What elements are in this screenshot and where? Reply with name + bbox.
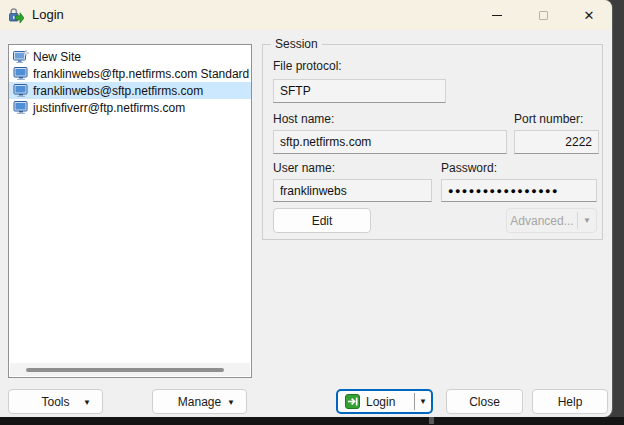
site-list-item-franklinwebs-ftp[interactable]: franklinwebs@ftp.netfirms.com Standard F…	[9, 65, 251, 82]
close-icon: ✕	[584, 9, 595, 22]
login-dialog: Login ✕ New Site	[0, 0, 612, 417]
login-button-label: Login	[366, 395, 414, 409]
minimize-icon	[492, 15, 502, 16]
site-icon	[13, 67, 29, 81]
password-label: Password:	[441, 161, 497, 175]
new-site-icon	[13, 50, 29, 64]
winscp-lock-icon	[8, 7, 24, 23]
site-icon	[13, 84, 29, 98]
user-name-label: User name:	[273, 161, 335, 175]
host-name-field[interactable]: sftp.netfirms.com	[273, 130, 507, 154]
manage-dropdown-icon: ▼	[227, 398, 235, 407]
login-icon	[345, 394, 360, 409]
edit-button-label: Edit	[312, 214, 333, 228]
file-protocol-field[interactable]: SFTP	[273, 79, 446, 103]
port-number-label: Port number:	[514, 112, 583, 126]
site-list-item-justinfiverr-ftp[interactable]: justinfiverr@ftp.netfirms.com	[9, 99, 251, 116]
user-name-value: franklinwebs	[280, 184, 347, 198]
advanced-button-label: Advanced...	[507, 214, 577, 228]
maximize-icon	[539, 11, 548, 20]
file-protocol-value: SFTP	[280, 84, 311, 98]
site-label: franklinwebs@sftp.netfirms.com	[33, 84, 203, 98]
site-label: franklinwebs@ftp.netfirms.com Standard F…	[33, 67, 251, 81]
file-protocol-label: File protocol:	[273, 59, 342, 73]
close-button-label: Close	[469, 395, 500, 409]
backdrop-notch	[429, 417, 434, 424]
maximize-button	[520, 0, 566, 30]
login-dropdown-icon[interactable]: ▼	[415, 397, 431, 406]
window-controls: ✕	[474, 0, 612, 30]
site-list-item-new-site[interactable]: New Site	[9, 48, 251, 65]
login-button[interactable]: Login ▼	[336, 389, 433, 414]
port-number-value: 2222	[565, 135, 592, 149]
tools-button[interactable]: Tools ▼	[8, 389, 103, 414]
manage-button[interactable]: Manage ▼	[152, 389, 247, 414]
tools-dropdown-icon: ▼	[83, 398, 91, 407]
help-button-label: Help	[558, 395, 583, 409]
title-bar: Login ✕	[0, 0, 612, 30]
site-label: justinfiverr@ftp.netfirms.com	[33, 101, 185, 115]
session-group: Session File protocol: SFTP Host name: s…	[262, 44, 603, 240]
minimize-button[interactable]	[474, 0, 520, 30]
host-name-value: sftp.netfirms.com	[280, 135, 371, 149]
backdrop-bottom-strip	[0, 417, 624, 425]
session-group-label: Session	[271, 37, 322, 51]
site-list: New Site franklinwebs@ftp.netfirms.com S…	[8, 44, 252, 378]
close-button[interactable]: ✕	[566, 0, 612, 30]
site-label: New Site	[33, 50, 81, 64]
window-title: Login	[32, 0, 64, 30]
site-list-item-franklinwebs-sftp[interactable]: franklinwebs@sftp.netfirms.com	[9, 82, 251, 99]
user-name-field[interactable]: franklinwebs	[273, 179, 432, 202]
horizontal-scrollbar[interactable]	[10, 363, 250, 376]
host-name-label: Host name:	[273, 112, 334, 126]
help-button[interactable]: Help	[532, 389, 608, 414]
site-icon	[13, 101, 29, 115]
edit-button[interactable]: Edit	[273, 208, 371, 233]
port-number-field[interactable]: 2222	[514, 130, 599, 154]
screen-backdrop: Login ✕ New Site	[0, 0, 624, 425]
scrollbar-thumb[interactable]	[26, 368, 224, 372]
password-masked-value: ●●●●●●●●●●●●●●●●	[448, 186, 559, 196]
password-field[interactable]: ●●●●●●●●●●●●●●●●	[441, 179, 597, 202]
advanced-dropdown-icon: ▼	[578, 216, 596, 225]
close-dialog-button[interactable]: Close	[446, 389, 523, 414]
advanced-button: Advanced... ▼	[506, 208, 597, 233]
